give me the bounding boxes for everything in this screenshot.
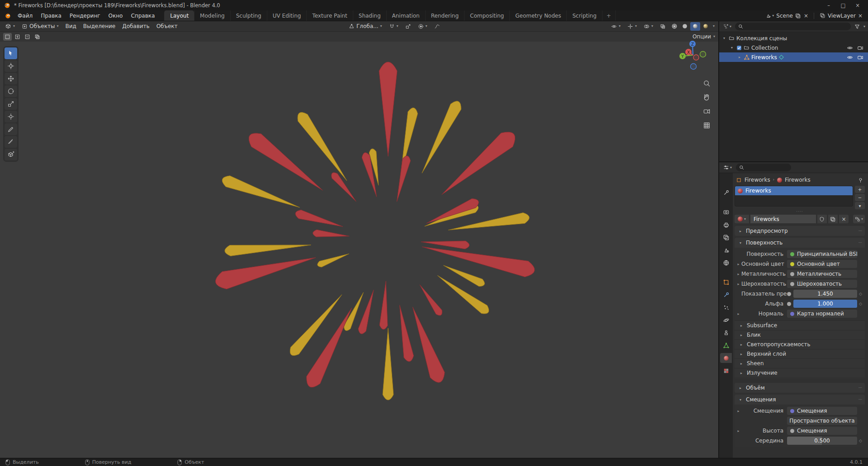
tab-material[interactable] <box>720 353 732 363</box>
viewport-canvas[interactable]: Опции ▾ <box>0 32 718 458</box>
expand-icon[interactable]: ▸ <box>737 55 742 59</box>
subpanel-coat[interactable]: ▸ Верхний слой <box>735 349 865 358</box>
select-mode-intersect-icon[interactable] <box>33 33 42 41</box>
object-visibility-dropdown[interactable]: ▾ <box>608 21 624 31</box>
breadcrumb-object[interactable]: Fireworks <box>745 177 770 183</box>
scene-browse-button[interactable]: ▾ <box>764 13 775 19</box>
decorator-icon[interactable]: ◇ <box>857 438 864 443</box>
minimize-button[interactable]: – <box>822 1 835 9</box>
mode-selector[interactable]: Объекты ▾ <box>19 21 62 31</box>
zoom-icon[interactable] <box>703 80 711 87</box>
disable-render-camera-icon[interactable] <box>857 54 863 61</box>
pan-hand-icon[interactable] <box>703 94 711 101</box>
close-button[interactable]: × <box>851 1 864 9</box>
transform-tool[interactable] <box>5 111 17 122</box>
section-surface-header[interactable]: ▾ Поверхность ···· <box>735 238 865 248</box>
expand-icon[interactable]: ▾ <box>721 36 727 40</box>
tab-rendering[interactable]: Rendering <box>425 10 464 21</box>
remove-slot-button[interactable]: − <box>855 194 865 201</box>
menu-object[interactable]: Объект <box>153 21 181 31</box>
properties-search[interactable] <box>736 164 791 171</box>
menu-file[interactable]: Файл <box>14 10 37 21</box>
tab-uv-editing[interactable]: UV Editing <box>267 10 307 21</box>
tab-modeling[interactable]: Modeling <box>194 10 230 21</box>
snap-target-icon[interactable] <box>402 21 414 31</box>
tab-view-layer[interactable] <box>720 232 732 242</box>
outliner-row-scene-collection[interactable]: ▾ Коллекция сцены <box>719 33 868 43</box>
rotate-tool[interactable] <box>5 85 17 97</box>
subpanel-sheen[interactable]: ▸ Sheen <box>735 358 865 368</box>
transform-orientation-selector[interactable]: Глоба... ▾ <box>346 21 385 31</box>
select-box-tool[interactable] <box>5 47 17 59</box>
metallic-input[interactable]: Металличность <box>787 270 857 278</box>
displacement-space-dropdown[interactable]: Пространство объекта▾ <box>787 417 857 425</box>
measure-tool[interactable] <box>5 136 17 148</box>
tab-texture[interactable] <box>720 366 732 376</box>
annotate-tool[interactable] <box>5 123 17 135</box>
hide-eye-icon[interactable] <box>847 45 853 51</box>
shading-solid-button[interactable] <box>680 22 690 31</box>
proportional-editing-toggle[interactable]: ▾ <box>415 21 431 31</box>
material-link-dropdown[interactable]: ▾ <box>853 215 865 223</box>
disable-render-camera-icon[interactable] <box>857 45 863 51</box>
proportional-falloff-icon[interactable] <box>431 21 443 31</box>
menu-edit[interactable]: Правка <box>37 10 66 21</box>
tab-shading[interactable]: Shading <box>353 10 386 21</box>
browse-material-button[interactable]: ▾ <box>735 215 749 223</box>
menu-add[interactable]: Добавить <box>119 21 152 31</box>
expand-icon[interactable]: ▾ <box>729 46 735 50</box>
tab-texture-paint[interactable]: Texture Paint <box>306 10 352 21</box>
decorator-icon[interactable]: ◇ <box>857 301 864 306</box>
ior-field[interactable]: 1.450 <box>793 290 857 298</box>
select-mode-new-icon[interactable] <box>3 33 12 41</box>
outliner-row-collection[interactable]: ▾ Collection <box>719 43 868 52</box>
material-slot-list[interactable]: Fireworks <box>735 186 853 207</box>
hide-eye-icon[interactable] <box>847 54 853 61</box>
roughness-input[interactable]: Шероховатость <box>787 280 857 288</box>
chevron-down-icon[interactable]: ▾ <box>863 25 865 28</box>
breadcrumb-material[interactable]: Fireworks <box>785 177 811 183</box>
tab-modifiers[interactable] <box>720 290 732 300</box>
blender-menu-icon[interactable] <box>2 10 14 21</box>
outliner-search[interactable] <box>735 23 851 30</box>
new-material-button[interactable] <box>828 215 838 223</box>
snap-toggle[interactable]: ▾ <box>386 21 402 31</box>
alpha-slider[interactable]: 1.000 <box>793 300 857 308</box>
menu-window[interactable]: Окно <box>104 10 127 21</box>
tab-world[interactable] <box>720 258 732 268</box>
shading-wireframe-button[interactable] <box>669 22 679 31</box>
select-mode-extend-icon[interactable] <box>13 33 22 41</box>
ortho-grid-icon[interactable] <box>703 122 711 129</box>
shading-dropdown[interactable]: ▾ <box>711 24 716 28</box>
subpanel-subsurface[interactable]: ▸ Subsurface <box>735 320 865 330</box>
tab-geometry-nodes[interactable]: Geometry Nodes <box>509 10 566 21</box>
new-scene-button[interactable] <box>794 13 802 19</box>
subpanel-specular[interactable]: ▸ Блик <box>735 330 865 339</box>
tab-constraints[interactable] <box>720 328 732 338</box>
outliner-row-fireworks[interactable]: ▸ Fireworks <box>719 52 868 62</box>
editor-type-button[interactable]: ▾ <box>2 21 18 31</box>
material-name-field[interactable]: Fireworks <box>750 215 816 223</box>
menu-view[interactable]: Вид <box>62 21 79 31</box>
xray-toggle[interactable] <box>657 21 669 31</box>
camera-view-icon[interactable] <box>703 108 711 115</box>
unlink-scene-button[interactable]: × <box>803 13 809 19</box>
tab-compositing[interactable]: Compositing <box>464 10 509 21</box>
tab-output[interactable] <box>720 220 732 230</box>
tab-render[interactable] <box>720 207 732 217</box>
cursor-tool[interactable] <box>5 60 17 72</box>
section-displacement-header[interactable]: ▾ Смещения ···· <box>735 395 865 405</box>
shading-material-preview-button[interactable] <box>690 22 700 31</box>
midlevel-slider[interactable]: 0.500 <box>787 437 857 445</box>
tab-object-data[interactable] <box>720 340 732 350</box>
section-volume-header[interactable]: ▸ Объём ···· <box>735 383 865 393</box>
add-slot-button[interactable]: + <box>855 186 865 193</box>
normal-input[interactable]: Карта нормалей <box>787 310 857 318</box>
subpanel-emission[interactable]: ▸ Излучение <box>735 368 865 377</box>
add-workspace-button[interactable]: + <box>602 10 616 21</box>
menu-render[interactable]: Рендеринг <box>66 10 104 21</box>
remove-viewlayer-button[interactable]: × <box>857 13 863 19</box>
viewlayer-name[interactable]: ViewLayer <box>828 13 856 19</box>
menu-select[interactable]: Выделение <box>80 21 119 31</box>
material-slot-row[interactable]: Fireworks <box>735 186 853 195</box>
